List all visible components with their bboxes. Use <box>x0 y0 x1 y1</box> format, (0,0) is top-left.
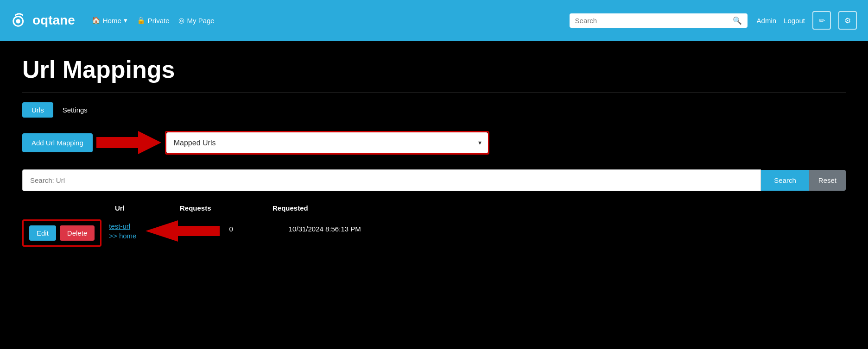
search-url-button[interactable]: Search <box>761 170 809 191</box>
logout-link[interactable]: Logout <box>784 17 805 25</box>
brand-logo-link[interactable]: oqtane <box>11 12 75 29</box>
svg-point-1 <box>16 19 20 24</box>
divider <box>22 93 846 93</box>
add-url-mapping-button[interactable]: Add Url Mapping <box>22 133 93 152</box>
edit-page-button[interactable]: ✏ <box>812 11 831 30</box>
nav-private[interactable]: 🔒 Private <box>137 16 170 25</box>
search-bar: 🔍 <box>570 13 748 28</box>
search-row: Search Reset <box>22 169 846 191</box>
url-type-dropdown-wrapper: Mapped Urls Unmapped Urls ▾ <box>165 131 489 155</box>
nav-right: Admin Logout ✏ ⚙ <box>757 11 857 30</box>
table-row: Edit Delete test-url >> home 0 10/31/202… <box>22 219 846 247</box>
search-url-input[interactable] <box>22 169 761 191</box>
table-header: Url Requests Requested <box>22 200 846 216</box>
annotation-arrow-left <box>146 219 220 243</box>
main-content: Url Mappings Urls Settings Add Url Mappi… <box>0 41 868 262</box>
col-header-url: Url <box>22 204 180 212</box>
tab-urls[interactable]: Urls <box>22 102 53 118</box>
gear-icon: ⚙ <box>844 16 851 25</box>
search-input[interactable] <box>575 17 729 25</box>
edit-button[interactable]: Edit <box>29 225 56 241</box>
delete-button[interactable]: Delete <box>60 225 95 241</box>
col-header-requests: Requests <box>180 204 272 212</box>
tabs: Urls Settings <box>22 102 846 118</box>
brand-name: oqtane <box>32 13 75 28</box>
pencil-icon: ✏ <box>819 16 825 25</box>
search-icon: 🔍 <box>733 16 742 25</box>
reset-button[interactable]: Reset <box>809 170 846 191</box>
lock-icon: 🔒 <box>137 16 146 25</box>
url-cell: test-url >> home <box>109 222 136 240</box>
target-icon: ◎ <box>178 16 184 25</box>
oqtane-logo <box>11 12 29 29</box>
home-icon: 🏠 <box>92 16 101 25</box>
svg-marker-2 <box>96 131 161 154</box>
nav-mypage[interactable]: ◎ My Page <box>178 16 214 25</box>
tab-settings[interactable]: Settings <box>53 102 97 118</box>
url-type-dropdown[interactable]: Mapped Urls Unmapped Urls <box>166 132 488 153</box>
nav-links: 🏠 Home ▾ 🔒 Private ◎ My Page <box>92 16 560 25</box>
toolbar-row: Add Url Mapping Mapped Urls Unmapped Url… <box>22 129 846 156</box>
url-link[interactable]: test-url <box>109 222 136 230</box>
page-title: Url Mappings <box>22 56 846 83</box>
navbar: oqtane 🏠 Home ▾ 🔒 Private ◎ My Page 🔍 Ad… <box>0 0 868 41</box>
nav-home[interactable]: 🏠 Home ▾ <box>92 16 127 25</box>
requested-cell: 10/31/2024 8:56:13 PM <box>289 223 361 233</box>
row-actions: Edit Delete <box>22 219 101 247</box>
admin-link[interactable]: Admin <box>757 17 777 25</box>
requests-cell: 0 <box>229 223 233 233</box>
settings-button[interactable]: ⚙ <box>838 11 857 30</box>
svg-marker-3 <box>146 220 220 242</box>
url-redirect: >> home <box>109 232 136 240</box>
chevron-down-icon: ▾ <box>124 16 127 25</box>
col-header-requested: Requested <box>272 204 846 212</box>
annotation-arrow-right <box>96 129 161 156</box>
